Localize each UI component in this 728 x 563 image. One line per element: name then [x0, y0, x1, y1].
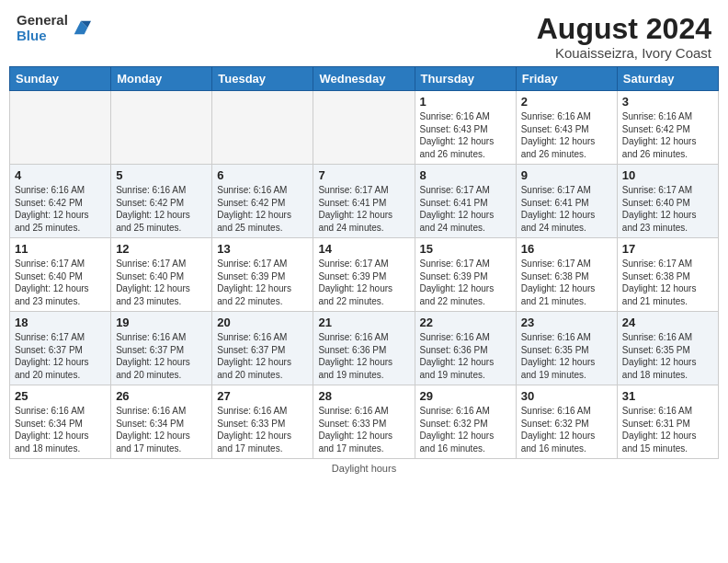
day-number: 15 [420, 242, 511, 256]
calendar-cell: 10Sunrise: 6:17 AM Sunset: 6:40 PM Dayli… [617, 165, 718, 238]
day-number: 3 [622, 95, 713, 109]
calendar-cell: 19Sunrise: 6:16 AM Sunset: 6:37 PM Dayli… [111, 312, 212, 385]
calendar-cell: 9Sunrise: 6:17 AM Sunset: 6:41 PM Daylig… [516, 165, 617, 238]
day-header: Thursday [415, 67, 516, 91]
day-info: Sunrise: 6:17 AM Sunset: 6:41 PM Dayligh… [521, 184, 612, 234]
day-number: 14 [318, 242, 409, 256]
day-number: 26 [116, 389, 207, 403]
calendar-week: 1Sunrise: 6:16 AM Sunset: 6:43 PM Daylig… [10, 91, 719, 165]
calendar-cell: 13Sunrise: 6:17 AM Sunset: 6:39 PM Dayli… [212, 238, 313, 312]
day-info: Sunrise: 6:17 AM Sunset: 6:37 PM Dayligh… [15, 331, 106, 381]
day-info: Sunrise: 6:16 AM Sunset: 6:34 PM Dayligh… [116, 405, 207, 454]
calendar-cell: 20Sunrise: 6:16 AM Sunset: 6:37 PM Dayli… [212, 312, 313, 385]
logo-text: General Blue [17, 13, 68, 43]
calendar-week: 25Sunrise: 6:16 AM Sunset: 6:34 PM Dayli… [10, 385, 719, 459]
day-number: 11 [15, 242, 106, 256]
calendar-cell: 25Sunrise: 6:16 AM Sunset: 6:34 PM Dayli… [10, 385, 111, 459]
calendar-cell: 12Sunrise: 6:17 AM Sunset: 6:40 PM Dayli… [111, 238, 212, 312]
day-info: Sunrise: 6:16 AM Sunset: 6:43 PM Dayligh… [420, 110, 511, 160]
footer-text: Daylight hours [332, 463, 396, 474]
calendar-cell: 28Sunrise: 6:16 AM Sunset: 6:33 PM Dayli… [313, 385, 415, 459]
day-info: Sunrise: 6:16 AM Sunset: 6:42 PM Dayligh… [622, 110, 713, 160]
day-number: 21 [318, 316, 409, 329]
day-header: Wednesday [313, 67, 415, 91]
day-number: 2 [521, 95, 612, 109]
day-header: Sunday [10, 67, 111, 91]
calendar-body: 1Sunrise: 6:16 AM Sunset: 6:43 PM Daylig… [10, 91, 719, 459]
day-info: Sunrise: 6:16 AM Sunset: 6:34 PM Dayligh… [15, 405, 106, 454]
calendar-cell: 7Sunrise: 6:17 AM Sunset: 6:41 PM Daylig… [313, 165, 415, 238]
day-info: Sunrise: 6:16 AM Sunset: 6:31 PM Dayligh… [622, 405, 713, 454]
day-number: 4 [15, 168, 106, 182]
calendar-cell: 30Sunrise: 6:16 AM Sunset: 6:32 PM Dayli… [516, 385, 617, 459]
day-number: 10 [622, 168, 713, 182]
calendar-cell [111, 91, 212, 165]
calendar-cell: 14Sunrise: 6:17 AM Sunset: 6:39 PM Dayli… [313, 238, 415, 312]
page-title: August 2024 [537, 13, 711, 45]
day-header: Friday [516, 67, 617, 91]
calendar-cell: 26Sunrise: 6:16 AM Sunset: 6:34 PM Dayli… [111, 385, 212, 459]
day-number: 27 [217, 389, 308, 403]
calendar-cell: 1Sunrise: 6:16 AM Sunset: 6:43 PM Daylig… [415, 91, 516, 165]
day-info: Sunrise: 6:17 AM Sunset: 6:40 PM Dayligh… [622, 184, 713, 234]
calendar-week: 4Sunrise: 6:16 AM Sunset: 6:42 PM Daylig… [10, 165, 719, 238]
day-number: 13 [217, 242, 308, 256]
calendar-cell: 27Sunrise: 6:16 AM Sunset: 6:33 PM Dayli… [212, 385, 313, 459]
calendar-week: 18Sunrise: 6:17 AM Sunset: 6:37 PM Dayli… [10, 312, 719, 385]
logo-line2: Blue [17, 29, 68, 44]
calendar-cell: 6Sunrise: 6:16 AM Sunset: 6:42 PM Daylig… [212, 165, 313, 238]
day-info: Sunrise: 6:17 AM Sunset: 6:39 PM Dayligh… [420, 258, 511, 307]
day-info: Sunrise: 6:16 AM Sunset: 6:37 PM Dayligh… [116, 331, 207, 381]
day-info: Sunrise: 6:16 AM Sunset: 6:33 PM Dayligh… [318, 405, 409, 454]
day-number: 17 [622, 242, 713, 256]
day-number: 24 [622, 316, 713, 329]
day-info: Sunrise: 6:16 AM Sunset: 6:35 PM Dayligh… [622, 331, 713, 381]
day-number: 18 [15, 316, 106, 329]
day-number: 9 [521, 168, 612, 182]
day-number: 30 [521, 389, 612, 403]
day-header: Tuesday [212, 67, 313, 91]
calendar-cell [10, 91, 111, 165]
day-info: Sunrise: 6:17 AM Sunset: 6:38 PM Dayligh… [622, 258, 713, 307]
day-info: Sunrise: 6:16 AM Sunset: 6:32 PM Dayligh… [521, 405, 612, 454]
day-info: Sunrise: 6:17 AM Sunset: 6:39 PM Dayligh… [217, 258, 308, 307]
calendar-cell: 5Sunrise: 6:16 AM Sunset: 6:42 PM Daylig… [111, 165, 212, 238]
calendar-cell: 3Sunrise: 6:16 AM Sunset: 6:42 PM Daylig… [617, 91, 718, 165]
logo: General Blue [17, 13, 91, 43]
day-number: 20 [217, 316, 308, 329]
day-number: 5 [116, 168, 207, 182]
page-header: General Blue August 2024 Kouaisseizra, I… [0, 0, 728, 66]
page-subtitle: Kouaisseizra, Ivory Coast [537, 45, 711, 61]
header-row: SundayMondayTuesdayWednesdayThursdayFrid… [10, 67, 719, 91]
day-number: 29 [420, 389, 511, 403]
day-info: Sunrise: 6:16 AM Sunset: 6:43 PM Dayligh… [521, 110, 612, 160]
calendar-cell: 23Sunrise: 6:16 AM Sunset: 6:35 PM Dayli… [516, 312, 617, 385]
day-number: 12 [116, 242, 207, 256]
calendar-cell: 2Sunrise: 6:16 AM Sunset: 6:43 PM Daylig… [516, 91, 617, 165]
calendar-cell: 31Sunrise: 6:16 AM Sunset: 6:31 PM Dayli… [617, 385, 718, 459]
day-info: Sunrise: 6:16 AM Sunset: 6:42 PM Dayligh… [15, 184, 106, 234]
calendar-cell: 24Sunrise: 6:16 AM Sunset: 6:35 PM Dayli… [617, 312, 718, 385]
logo-line1: General [17, 13, 68, 29]
calendar-week: 11Sunrise: 6:17 AM Sunset: 6:40 PM Dayli… [10, 238, 719, 312]
calendar-header: SundayMondayTuesdayWednesdayThursdayFrid… [10, 67, 719, 91]
calendar-cell: 11Sunrise: 6:17 AM Sunset: 6:40 PM Dayli… [10, 238, 111, 312]
day-number: 23 [521, 316, 612, 329]
calendar-table: SundayMondayTuesdayWednesdayThursdayFrid… [9, 66, 719, 459]
day-number: 16 [521, 242, 612, 256]
day-header: Saturday [617, 67, 718, 91]
day-number: 25 [15, 389, 106, 403]
calendar-cell: 29Sunrise: 6:16 AM Sunset: 6:32 PM Dayli… [415, 385, 516, 459]
day-number: 6 [217, 168, 308, 182]
calendar-cell: 21Sunrise: 6:16 AM Sunset: 6:36 PM Dayli… [313, 312, 415, 385]
day-header: Monday [111, 67, 212, 91]
day-number: 31 [622, 389, 713, 403]
day-info: Sunrise: 6:16 AM Sunset: 6:36 PM Dayligh… [318, 331, 409, 381]
day-info: Sunrise: 6:17 AM Sunset: 6:38 PM Dayligh… [521, 258, 612, 307]
calendar-cell: 18Sunrise: 6:17 AM Sunset: 6:37 PM Dayli… [10, 312, 111, 385]
day-info: Sunrise: 6:16 AM Sunset: 6:42 PM Dayligh… [116, 184, 207, 234]
day-info: Sunrise: 6:16 AM Sunset: 6:37 PM Dayligh… [217, 331, 308, 381]
day-info: Sunrise: 6:16 AM Sunset: 6:36 PM Dayligh… [420, 331, 511, 381]
day-number: 22 [420, 316, 511, 329]
day-info: Sunrise: 6:16 AM Sunset: 6:42 PM Dayligh… [217, 184, 308, 234]
